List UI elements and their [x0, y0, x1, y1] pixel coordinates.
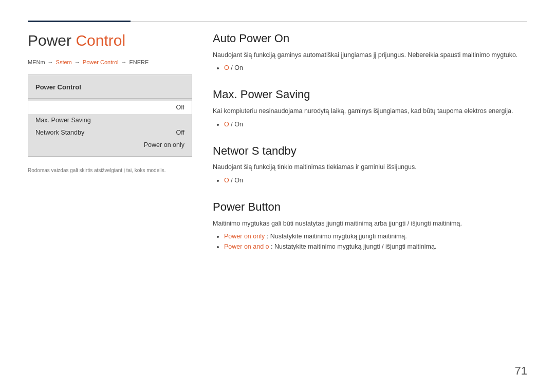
menu-item-off-value: Off	[176, 104, 184, 111]
option-label-power-on-only: Power on only	[224, 233, 265, 240]
bc-enter: ENERE	[130, 59, 149, 65]
option-label-desc-power-on-and: : Nustatykite maitinimo mygtuką įjungti …	[271, 243, 436, 250]
option-item-auto-power: O / On	[224, 63, 527, 73]
option-list-max-power: O / On	[213, 119, 527, 129]
option-item-power-on-and: Power on and o : Nustatykite maitinimo m…	[224, 241, 527, 252]
section-auto-power-on: Auto Power On Naudojant šią funkciją gam…	[213, 31, 527, 73]
top-lines	[28, 21, 527, 22]
top-line-dark	[28, 21, 131, 22]
section-max-power-saving: Max. Power Saving Kai kompiuteriu nesina…	[213, 87, 527, 129]
section-title-power-button: Power Button	[213, 200, 527, 215]
top-line-light	[131, 21, 527, 22]
option-list-power-button: Power on only : Nustatykite maitinimo my…	[213, 231, 527, 252]
section-title-max-power: Max. Power Saving	[213, 87, 527, 102]
section-network-standby: Networ S tandby Naudojant šią funkciją t…	[213, 144, 527, 185]
menu-item-network-label: Network Standby	[35, 129, 84, 136]
section-title-auto-power-on: Auto Power On	[213, 31, 527, 46]
option-list-network: O / On	[213, 175, 527, 185]
section-power-button: Power Button Maitinimo mygtukas gali būt…	[213, 200, 527, 252]
option-on-max: On	[234, 121, 243, 128]
section-desc-power-button: Maitinimo mygtukas gali būti nustatytas …	[213, 219, 527, 229]
menu-item-max-power-label: Max. Power Saving	[35, 117, 91, 124]
bc-system: Sstem	[56, 59, 72, 65]
option-item-power-on-only: Power on only : Nustatykite maitinimo my…	[224, 231, 527, 241]
option-item-max-power: O / On	[224, 119, 527, 129]
menu-item-network[interactable]: Network Standby Off	[28, 126, 192, 139]
page-number: 71	[515, 364, 527, 378]
option-label-desc-power-on-only: : Nustatykite maitinimo mygtuką įjungti …	[267, 233, 407, 240]
option-off-max: O	[224, 121, 229, 128]
section-desc-auto-power-on: Naudojant šią funkciją gaminys automatiš…	[213, 50, 527, 60]
title-power: Power	[28, 32, 76, 49]
right-column: Auto Power On Naudojant šią funkciją gam…	[213, 31, 527, 371]
bc-arrow-1: →	[48, 59, 53, 65]
bc-arrow-3: →	[121, 59, 127, 65]
breadcrumb: MENm → Sstem → Power Control → ENERE	[28, 59, 192, 65]
menu-box-title: Power Control	[28, 80, 192, 96]
option-list-auto-power-on: O / On	[213, 63, 527, 73]
section-desc-max-power: Kai kompiuteriu nesinaudojama nurodytą l…	[213, 106, 527, 116]
page-container: Power Control MENm → Sstem → Power Contr…	[0, 0, 555, 392]
option-on-auto: On	[234, 64, 243, 71]
menu-item-max-power[interactable]: Max. Power Saving	[28, 114, 192, 126]
content-area: Power Control MENm → Sstem → Power Contr…	[28, 31, 527, 371]
footnote: Rodomas vaizdas gali skirtis atsižvelgia…	[28, 167, 192, 174]
option-off-network: O	[224, 177, 229, 184]
bc-menu: MENm	[28, 59, 45, 65]
section-desc-network: Naudojant šią funkciją tinklo maitinimas…	[213, 162, 527, 172]
bc-arrow-2: →	[75, 59, 80, 65]
menu-item-power-on-only[interactable]: Power on only	[28, 139, 192, 151]
option-item-network: O / On	[224, 175, 527, 185]
page-title: Power Control	[28, 31, 192, 50]
menu-item-network-value: Off	[176, 129, 184, 136]
menu-divider-top	[28, 98, 192, 99]
option-off-auto: O	[224, 64, 229, 71]
menu-box: Power Control Off Max. Power Saving Netw…	[28, 74, 192, 157]
menu-item-power-on-only-value: Power on only	[144, 141, 184, 148]
bc-power-control: Power Control	[83, 59, 119, 65]
section-title-network: Networ S tandby	[213, 144, 527, 159]
title-control: Control	[76, 32, 125, 49]
left-column: Power Control MENm → Sstem → Power Contr…	[28, 31, 192, 371]
menu-item-off[interactable]: Off	[28, 101, 192, 114]
option-on-network: On	[234, 177, 243, 184]
option-label-power-on-and: Power on and o	[224, 243, 269, 250]
